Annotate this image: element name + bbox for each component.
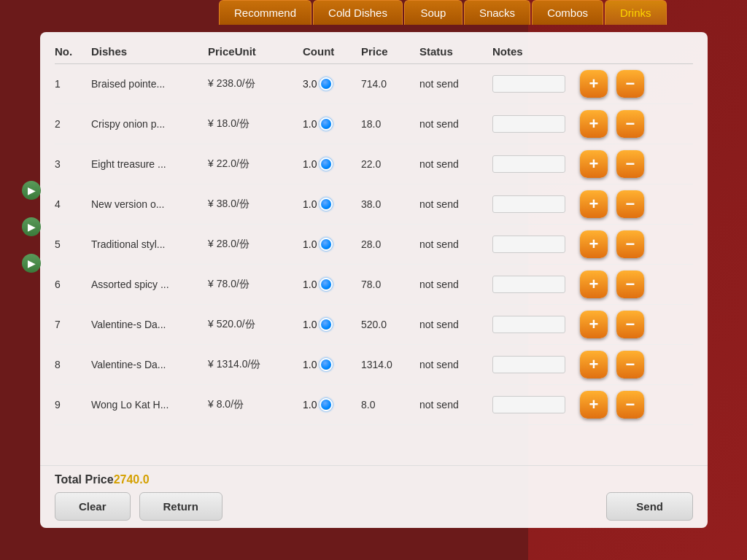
notes-input-6[interactable]: [492, 316, 565, 333]
notes-input-3[interactable]: [492, 195, 565, 213]
row-no-5: 6: [55, 279, 91, 290]
count-radio-1[interactable]: [320, 117, 333, 131]
row-count-3: 1.0: [303, 198, 361, 211]
total-label: Total Price: [55, 473, 114, 486]
plus-button-7[interactable]: +: [580, 351, 608, 378]
tab-combos[interactable]: Combos: [532, 0, 603, 25]
side-arrow-2[interactable]: ▶: [22, 217, 41, 236]
col-status: Status: [419, 45, 492, 58]
main-panel: No. Dishes PriceUnit Count Price Status …: [40, 32, 708, 528]
plus-button-4[interactable]: +: [580, 230, 608, 258]
table-row: 4 New version o... ¥ 38.0/份 1.0 38.0 not…: [55, 184, 693, 225]
count-radio-4[interactable]: [320, 238, 333, 251]
count-radio-3[interactable]: [320, 198, 333, 211]
count-radio-5[interactable]: [320, 278, 333, 291]
send-button[interactable]: Send: [606, 492, 693, 521]
minus-button-4[interactable]: −: [616, 230, 644, 258]
row-no-7: 8: [55, 359, 91, 370]
minus-button-6[interactable]: −: [616, 311, 644, 338]
row-no-0: 1: [55, 78, 91, 90]
table-row: 3 Eight treasure ... ¥ 22.0/份 1.0 22.0 n…: [55, 144, 693, 184]
row-count-7: 1.0: [303, 358, 361, 371]
plus-button-2[interactable]: +: [580, 150, 608, 178]
row-status-1: not send: [419, 118, 492, 130]
plus-button-3[interactable]: +: [580, 190, 608, 218]
row-total-8: 8.0: [361, 399, 419, 411]
notes-input-5[interactable]: [492, 276, 565, 293]
table-header: No. Dishes PriceUnit Count Price Status …: [55, 39, 693, 64]
row-priceunit-5: ¥ 78.0/份: [208, 278, 303, 291]
tab-recommend[interactable]: Recommend: [219, 0, 311, 25]
table-body: 1 Braised pointe... ¥ 238.0/份 3.0 714.0 …: [55, 64, 693, 425]
row-no-1: 2: [55, 118, 91, 130]
plus-button-5[interactable]: +: [580, 271, 608, 298]
notes-input-1[interactable]: [492, 115, 565, 133]
tab-bar: RecommendCold DishesSoupSnacksCombosDrin…: [219, 0, 668, 25]
row-status-3: not send: [419, 198, 492, 210]
plus-button-0[interactable]: +: [580, 70, 608, 98]
row-total-6: 520.0: [361, 319, 419, 330]
minus-button-1[interactable]: −: [616, 110, 644, 138]
row-priceunit-3: ¥ 38.0/份: [208, 198, 303, 211]
row-total-5: 78.0: [361, 279, 419, 290]
table-area: No. Dishes PriceUnit Count Price Status …: [40, 32, 708, 465]
row-count-0: 3.0: [303, 77, 361, 90]
row-count-5: 1.0: [303, 278, 361, 291]
row-no-4: 5: [55, 238, 91, 250]
notes-input-0[interactable]: [492, 75, 565, 93]
row-status-8: not send: [419, 399, 492, 411]
side-arrow-1[interactable]: ▶: [22, 181, 41, 200]
minus-button-2[interactable]: −: [616, 150, 644, 178]
row-dish-8: Wong Lo Kat H...: [91, 399, 208, 411]
total-value: 2740.0: [114, 473, 150, 486]
side-arrow-3[interactable]: ▶: [22, 254, 41, 273]
count-radio-0[interactable]: [320, 77, 333, 90]
notes-input-2[interactable]: [492, 155, 565, 173]
tab-soup[interactable]: Soup: [404, 0, 462, 25]
row-dish-2: Eight treasure ...: [91, 158, 208, 170]
minus-button-7[interactable]: −: [616, 351, 644, 378]
row-priceunit-8: ¥ 8.0/份: [208, 398, 303, 411]
notes-input-8[interactable]: [492, 396, 565, 413]
return-button[interactable]: Return: [139, 492, 222, 521]
row-total-3: 38.0: [361, 198, 419, 210]
tab-snacks[interactable]: Snacks: [464, 0, 530, 25]
plus-button-1[interactable]: +: [580, 110, 608, 138]
count-radio-6[interactable]: [320, 318, 333, 331]
col-count: Count: [303, 45, 361, 58]
count-radio-8[interactable]: [320, 398, 333, 411]
row-dish-4: Traditional styl...: [91, 238, 208, 250]
plus-button-6[interactable]: +: [580, 311, 608, 338]
notes-input-7[interactable]: [492, 356, 565, 373]
minus-button-0[interactable]: −: [616, 70, 644, 98]
row-priceunit-1: ¥ 18.0/份: [208, 117, 303, 131]
row-status-0: not send: [419, 78, 492, 90]
count-radio-7[interactable]: [320, 358, 333, 371]
row-no-6: 7: [55, 319, 91, 330]
minus-button-5[interactable]: −: [616, 271, 644, 298]
row-count-8: 1.0: [303, 398, 361, 411]
row-dish-3: New version o...: [91, 198, 208, 210]
row-no-3: 4: [55, 198, 91, 210]
minus-button-3[interactable]: −: [616, 190, 644, 218]
table-row: 8 Valentine-s Da... ¥ 1314.0/份 1.0 1314.…: [55, 345, 693, 385]
notes-input-4[interactable]: [492, 236, 565, 253]
minus-button-8[interactable]: −: [616, 391, 644, 419]
plus-button-8[interactable]: +: [580, 391, 608, 419]
count-radio-2[interactable]: [320, 158, 333, 171]
col-plus: [580, 45, 616, 58]
col-dishes: Dishes: [91, 45, 208, 58]
tab-cold-dishes[interactable]: Cold Dishes: [313, 0, 403, 25]
clear-button[interactable]: Clear: [55, 492, 131, 521]
row-count-6: 1.0: [303, 318, 361, 331]
tab-drinks[interactable]: Drinks: [605, 0, 667, 25]
table-row: 2 Crispy onion p... ¥ 18.0/份 1.0 18.0 no…: [55, 104, 693, 144]
row-dish-5: Assorted spicy ...: [91, 279, 208, 290]
row-count-1: 1.0: [303, 117, 361, 131]
row-priceunit-2: ¥ 22.0/份: [208, 158, 303, 171]
table-row: 7 Valentine-s Da... ¥ 520.0/份 1.0 520.0 …: [55, 305, 693, 345]
col-priceunit: PriceUnit: [208, 45, 303, 58]
table-row: 5 Traditional styl... ¥ 28.0/份 1.0 28.0 …: [55, 225, 693, 265]
table-row: 6 Assorted spicy ... ¥ 78.0/份 1.0 78.0 n…: [55, 265, 693, 305]
row-dish-0: Braised pointe...: [91, 78, 208, 90]
